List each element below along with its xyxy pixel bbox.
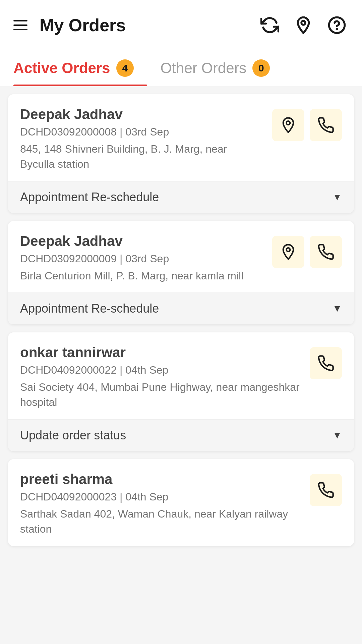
order-phone-button-3[interactable] xyxy=(310,347,342,379)
tabs-container: Active Orders 4 Other Orders 0 xyxy=(0,47,362,86)
hamburger-menu-button[interactable] xyxy=(13,20,27,30)
order-card-4: preeti sharma DCHD04092000023 | 04th Sep… xyxy=(8,459,354,546)
footer-label-2: Appointment Re-schedule xyxy=(20,302,159,316)
order-info-2: Deepak Jadhav DCHD03092000009 | 03rd Sep… xyxy=(20,233,264,283)
order-card-footer-1[interactable]: Appointment Re-schedule ▼ xyxy=(8,181,354,213)
header-left: My Orders xyxy=(13,15,126,35)
order-phone-button-2[interactable] xyxy=(310,236,342,268)
order-address-3: Sai Society 404, Mumbai Pune Highway, ne… xyxy=(20,380,302,410)
svg-point-3 xyxy=(287,121,290,125)
order-phone-button-1[interactable] xyxy=(310,109,342,141)
svg-point-4 xyxy=(287,248,290,252)
order-id-date-1: DCHD03092000008 | 03rd Sep xyxy=(20,126,264,138)
chevron-down-icon-2: ▼ xyxy=(333,303,342,314)
active-orders-tab-label: Active Orders xyxy=(13,60,110,76)
location-icon xyxy=(294,16,313,35)
order-id-date-4: DCHD04092000023 | 04th Sep xyxy=(20,491,302,503)
order-address-1: 845, 148 Shivneri Building, B. J. Marg, … xyxy=(20,142,264,172)
help-button[interactable] xyxy=(325,13,349,37)
footer-label-3: Update order status xyxy=(20,428,126,442)
order-location-button-1[interactable] xyxy=(272,109,304,141)
order-id-date-2: DCHD03092000009 | 03rd Sep xyxy=(20,253,264,265)
footer-label-1: Appointment Re-schedule xyxy=(20,190,159,204)
tab-active-orders[interactable]: Active Orders 4 xyxy=(13,47,147,86)
order-card-footer-2[interactable]: Appointment Re-schedule ▼ xyxy=(8,292,354,324)
order-customer-name-2: Deepak Jadhav xyxy=(20,233,264,249)
order-id-date-3: DCHD04092000022 | 04th Sep xyxy=(20,364,302,376)
order-info-3: onkar tannirwar DCHD04092000022 | 04th S… xyxy=(20,344,302,410)
active-orders-badge: 4 xyxy=(116,59,134,77)
order-actions-2 xyxy=(272,233,342,268)
order-card-footer-3[interactable]: Update order status ▼ xyxy=(8,419,354,451)
header-icons xyxy=(258,13,349,37)
help-icon xyxy=(327,16,346,35)
svg-point-0 xyxy=(301,21,305,25)
page-title: My Orders xyxy=(40,15,126,35)
order-card-body-1: Deepak Jadhav DCHD03092000008 | 03rd Sep… xyxy=(8,94,354,181)
location-pin-icon-2 xyxy=(280,243,297,261)
refresh-button[interactable] xyxy=(258,13,282,37)
order-card-2: Deepak Jadhav DCHD03092000009 | 03rd Sep… xyxy=(8,221,354,325)
order-customer-name-4: preeti sharma xyxy=(20,471,302,487)
refresh-icon xyxy=(260,16,279,35)
order-actions-4 xyxy=(310,471,342,506)
active-tab-underline xyxy=(13,85,147,86)
phone-icon-2 xyxy=(317,243,335,261)
header: My Orders xyxy=(0,0,362,47)
chevron-down-icon-3: ▼ xyxy=(333,430,342,441)
tab-other-orders[interactable]: Other Orders 0 xyxy=(161,47,284,86)
order-info-1: Deepak Jadhav DCHD03092000008 | 03rd Sep… xyxy=(20,106,264,172)
order-info-4: preeti sharma DCHD04092000023 | 04th Sep… xyxy=(20,471,302,537)
order-actions-3 xyxy=(310,344,342,379)
order-card-body-4: preeti sharma DCHD04092000023 | 04th Sep… xyxy=(8,459,354,546)
order-card-3: onkar tannirwar DCHD04092000022 | 04th S… xyxy=(8,332,354,451)
phone-icon-3 xyxy=(317,355,335,372)
order-location-button-2[interactable] xyxy=(272,236,304,268)
order-address-4: Sarthak Sadan 402, Waman Chauk, near Kal… xyxy=(20,506,302,537)
order-actions-1 xyxy=(272,106,342,141)
location-pin-icon xyxy=(280,116,297,134)
order-card-body-2: Deepak Jadhav DCHD03092000009 | 03rd Sep… xyxy=(8,221,354,293)
phone-icon-4 xyxy=(317,481,335,499)
orders-list: Deepak Jadhav DCHD03092000008 | 03rd Sep… xyxy=(0,86,362,554)
order-customer-name-3: onkar tannirwar xyxy=(20,344,302,361)
order-address-2: Birla Centurion Mill, P. B. Marg, near k… xyxy=(20,268,264,283)
other-orders-badge: 0 xyxy=(252,59,270,77)
other-orders-tab-label: Other Orders xyxy=(161,60,247,76)
order-card-body-3: onkar tannirwar DCHD04092000022 | 04th S… xyxy=(8,332,354,419)
phone-icon xyxy=(317,116,335,134)
chevron-down-icon-1: ▼ xyxy=(333,192,342,203)
order-customer-name-1: Deepak Jadhav xyxy=(20,106,264,122)
order-card-1: Deepak Jadhav DCHD03092000008 | 03rd Sep… xyxy=(8,94,354,213)
location-button[interactable] xyxy=(292,13,315,37)
order-phone-button-4[interactable] xyxy=(310,474,342,506)
